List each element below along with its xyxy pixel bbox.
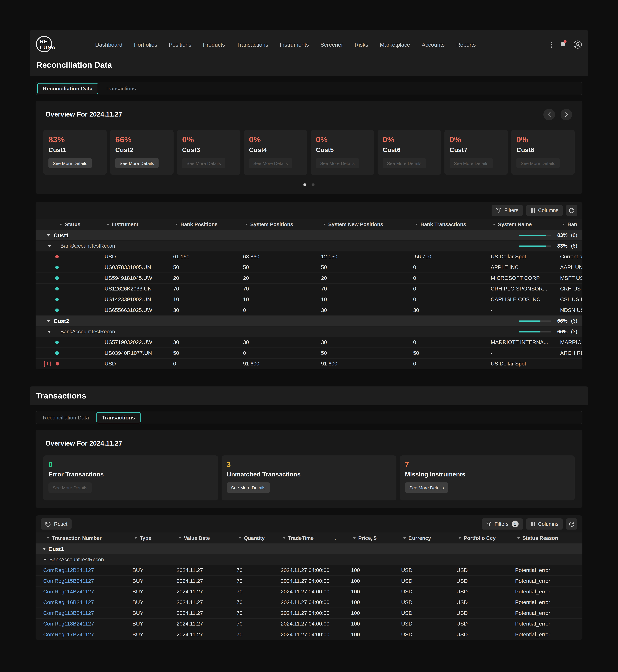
group-row-cust2[interactable]: Cust266%(3) xyxy=(35,316,583,327)
column-menu-icon[interactable] xyxy=(60,224,62,225)
column-header-quantity[interactable]: Quantity xyxy=(236,535,280,541)
notifications-button[interactable] xyxy=(560,41,566,48)
column-header-value-date[interactable]: Value Date xyxy=(176,535,236,541)
column-menu-icon[interactable] xyxy=(245,224,248,225)
transaction-link[interactable]: ComReg112B241127 xyxy=(43,567,94,573)
see-more-details-button[interactable]: See More Details xyxy=(115,158,159,169)
expand-icon[interactable] xyxy=(46,234,50,236)
column-header-system-name[interactable]: System Name xyxy=(490,222,559,227)
expand-icon[interactable] xyxy=(47,331,51,333)
expand-icon[interactable] xyxy=(42,548,46,550)
transaction-link[interactable]: ComReg115B241127 xyxy=(43,578,94,584)
nav-item-transactions[interactable]: Transactions xyxy=(236,41,268,48)
column-menu-icon[interactable] xyxy=(562,224,565,225)
transaction-row[interactable]: ComReg118B241127BUY2024.11.27702024.11.2… xyxy=(35,619,583,630)
column-menu-icon[interactable] xyxy=(415,224,418,225)
column-menu-icon[interactable] xyxy=(134,537,137,539)
columns-button[interactable]: Columns xyxy=(526,205,562,216)
tab-transactions[interactable]: Transactions xyxy=(100,83,141,94)
nav-item-products[interactable]: Products xyxy=(203,41,225,48)
column-header-price[interactable]: Price, $ xyxy=(350,535,400,541)
group-row-cust1[interactable]: Cust183%(6) xyxy=(35,230,583,241)
column-menu-icon[interactable] xyxy=(239,537,241,539)
carousel-next-button[interactable] xyxy=(560,109,572,120)
column-header-bank-transactions[interactable]: Bank Transactions xyxy=(412,222,490,227)
column-header-status-reason[interactable]: Status Reason xyxy=(514,535,582,541)
carousel-dot-1[interactable] xyxy=(303,184,306,187)
column-header-portfolio-ccy[interactable]: Portfolio Ccy xyxy=(455,535,514,541)
expand-icon[interactable] xyxy=(47,245,51,247)
column-menu-icon[interactable] xyxy=(175,224,178,225)
sort-desc-icon[interactable] xyxy=(334,535,336,541)
position-row[interactable]: US0378331005.UN5050500APPLE INCAAPL UN xyxy=(35,262,583,273)
column-header-system-positions[interactable]: System Positions xyxy=(242,222,320,227)
column-header-currency[interactable]: Currency xyxy=(400,535,455,541)
tab-reconciliation-data-2[interactable]: Reconciliation Data xyxy=(37,412,95,423)
expand-icon[interactable] xyxy=(43,558,47,561)
nav-item-reports[interactable]: Reports xyxy=(456,41,476,48)
see-more-details-button[interactable]: See More Details xyxy=(48,158,92,169)
column-header-instrument[interactable]: Instrument xyxy=(104,222,172,227)
nav-item-accounts[interactable]: Accounts xyxy=(422,41,445,48)
refresh-button[interactable] xyxy=(566,519,577,530)
carousel-prev-button[interactable] xyxy=(543,109,555,120)
columns-button[interactable]: Columns xyxy=(526,519,562,530)
account-button[interactable] xyxy=(574,40,582,49)
column-header-ban[interactable]: Ban xyxy=(559,222,582,227)
carousel-dot-2[interactable] xyxy=(312,184,315,187)
transaction-row[interactable]: ComReg112B241127BUY2024.11.27702024.11.2… xyxy=(35,565,583,576)
column-menu-icon[interactable] xyxy=(179,537,181,539)
nav-item-portfolios[interactable]: Portfolios xyxy=(134,41,157,48)
column-header-transaction-number[interactable]: Transaction Number xyxy=(35,535,131,541)
nav-item-instruments[interactable]: Instruments xyxy=(280,41,309,48)
column-menu-icon[interactable] xyxy=(107,224,109,225)
filters-button[interactable]: Filters 1 xyxy=(482,519,523,530)
column-header-status[interactable]: Status xyxy=(35,222,104,227)
transaction-row[interactable]: ComReg116B241127BUY2024.11.27702024.11.2… xyxy=(35,597,583,608)
column-menu-icon[interactable] xyxy=(458,537,461,539)
position-row[interactable]: US5949181045.UW2020200MICROSOFT CORPMSFT… xyxy=(35,273,583,284)
reset-button[interactable]: Reset xyxy=(41,519,72,530)
app-logo[interactable]: RE: LUNA xyxy=(36,35,63,53)
transaction-link[interactable]: ComReg118B241127 xyxy=(43,621,94,627)
position-row[interactable]: US1423391002.UN1010100CARLISLE COS INCCS… xyxy=(35,295,583,305)
subgroup-row[interactable]: BankAccountTestRecon xyxy=(35,554,583,565)
transaction-link[interactable]: ComReg113B241127 xyxy=(43,610,94,616)
position-row[interactable]: US03940R1077.UN5005050-ARCH RE xyxy=(35,348,583,359)
transaction-link[interactable]: ComReg114B241127 xyxy=(43,589,94,595)
column-menu-icon[interactable] xyxy=(403,537,406,539)
position-row[interactable]: US5719032022.UW3030300MARRIOTT INTERNA..… xyxy=(35,337,583,348)
tab-transactions-2[interactable]: Transactions xyxy=(96,412,140,423)
column-header-bank-positions[interactable]: Bank Positions xyxy=(172,222,242,227)
see-more-details-button[interactable]: See More Details xyxy=(227,482,270,493)
transaction-row[interactable]: ComReg115B241127BUY2024.11.27702024.11.2… xyxy=(35,576,583,586)
transaction-row[interactable]: ComReg117B241127BUY2024.11.27702024.11.2… xyxy=(35,630,583,640)
subgroup-row[interactable]: BankAccountTestRecon83%(6) xyxy=(35,241,583,251)
nav-item-dashboard[interactable]: Dashboard xyxy=(95,41,122,48)
transaction-row[interactable]: ComReg113B241127BUY2024.11.27702024.11.2… xyxy=(35,608,583,619)
column-menu-icon[interactable] xyxy=(323,224,326,225)
column-menu-icon[interactable] xyxy=(283,537,286,539)
transaction-link[interactable]: ComReg116B241127 xyxy=(43,599,94,605)
nav-item-marketplace[interactable]: Marketplace xyxy=(380,41,410,48)
position-row[interactable]: US6556631025.UW3003030-NDSN US xyxy=(35,305,583,316)
subgroup-row[interactable]: BankAccountTestRecon66%(3) xyxy=(35,327,583,337)
see-more-details-button[interactable]: See More Details xyxy=(405,482,448,493)
group-row-cust1[interactable]: Cust1 xyxy=(35,544,583,554)
transaction-link[interactable]: ComReg117B241127 xyxy=(43,632,94,638)
position-row[interactable]: USD61 15068 86012 150-56 710US Dollar Sp… xyxy=(35,251,583,262)
column-header-system-new-positions[interactable]: System New Positions xyxy=(320,222,412,227)
column-header-tradetime[interactable]: TradeTime xyxy=(280,535,350,541)
nav-item-positions[interactable]: Positions xyxy=(169,41,191,48)
column-header-type[interactable]: Type xyxy=(131,535,176,541)
position-row[interactable]: USD091 60091 6000US Dollar Spot- xyxy=(35,359,583,369)
column-menu-icon[interactable] xyxy=(493,224,496,225)
refresh-button[interactable] xyxy=(566,205,577,216)
nav-item-screener[interactable]: Screener xyxy=(320,41,343,48)
more-menu-button[interactable] xyxy=(551,41,552,48)
expand-icon[interactable] xyxy=(46,320,50,322)
position-row[interactable]: US12626K2033.UN7070700CRH PLC-SPONSOR...… xyxy=(35,284,583,294)
column-menu-icon[interactable] xyxy=(46,537,49,539)
column-menu-icon[interactable] xyxy=(353,537,355,539)
nav-item-risks[interactable]: Risks xyxy=(354,41,368,48)
